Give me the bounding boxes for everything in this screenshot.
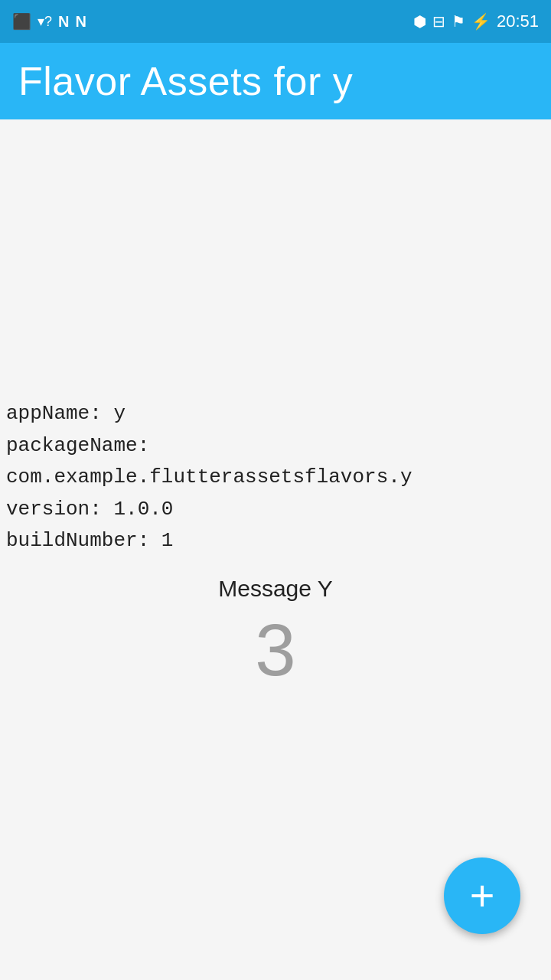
page-title: Flavor Assets for y [18, 58, 353, 104]
status-time: 20:51 [497, 11, 539, 31]
version-line: version: 1.0.0 [6, 494, 545, 526]
message-label: Message Y [0, 576, 551, 602]
status-bar-left: ⬛ ▾? N N [12, 14, 86, 29]
wifi-icon: ▾? [37, 15, 52, 28]
package-name-value: com.example.flutterassetsflavors.y [6, 462, 545, 494]
battery-icon: ⚡ [471, 14, 491, 29]
minus-circle-icon: ⊟ [432, 14, 445, 29]
app-bar: Flavor Assets for y [0, 43, 551, 119]
fab-add-button[interactable]: + [444, 858, 520, 934]
package-name-label: packageName: [6, 430, 545, 462]
plus-icon: + [470, 874, 495, 917]
app-info-block: appName: y packageName: com.example.flut… [0, 138, 551, 557]
status-bar: ⬛ ▾? N N ⬢ ⊟ ⚑ ⚡ 20:51 [0, 0, 551, 43]
build-number-line: buildNumber: 1 [6, 525, 545, 557]
n1-icon: N [58, 14, 69, 29]
image-icon: ⬛ [12, 14, 31, 29]
n2-icon: N [75, 14, 86, 29]
content-area: appName: y packageName: com.example.flut… [0, 119, 551, 980]
flag-icon: ⚑ [452, 14, 465, 29]
status-bar-right: ⬢ ⊟ ⚑ ⚡ 20:51 [413, 11, 539, 31]
bluetooth-icon: ⬢ [413, 14, 426, 29]
counter-value: 3 [0, 608, 551, 692]
app-name-line: appName: y [6, 398, 545, 430]
